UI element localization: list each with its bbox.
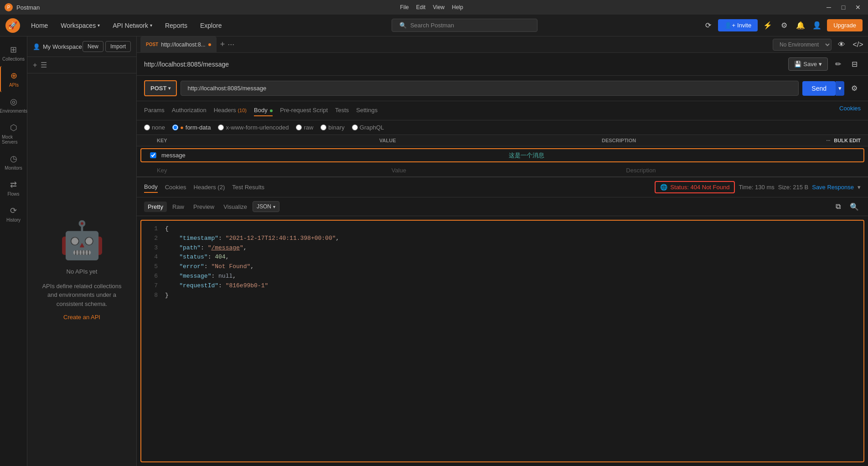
key-input[interactable] bbox=[161, 152, 509, 159]
create-api-link[interactable]: Create an API bbox=[63, 314, 100, 321]
more-options-icon[interactable]: ··· bbox=[826, 138, 830, 143]
body-opt-binary[interactable]: binary bbox=[320, 124, 344, 131]
value-input[interactable] bbox=[509, 152, 856, 159]
resp-tab-cookies[interactable]: Cookies bbox=[165, 182, 186, 192]
menu-file[interactable]: File bbox=[400, 4, 408, 10]
line-num-6: 6 bbox=[149, 272, 158, 281]
environment-select[interactable]: No Environment bbox=[773, 39, 832, 51]
tab-settings[interactable]: Settings bbox=[356, 105, 377, 116]
value-placeholder: Value bbox=[392, 167, 626, 174]
bulk-edit-label[interactable]: Bulk Edit bbox=[834, 138, 861, 143]
explore-menu-item[interactable]: Explore bbox=[195, 19, 227, 32]
explore-label: Explore bbox=[200, 22, 222, 29]
method-select[interactable]: POST ▾ bbox=[144, 80, 177, 96]
response-status: 🌐 Status: 404 Not Found Time: 130 ms Siz… bbox=[655, 181, 861, 193]
titlebar: P Postman File Edit View Help ─ □ ✕ bbox=[0, 0, 868, 15]
status-badge-container: 🌐 Status: 404 Not Found bbox=[655, 181, 735, 193]
send-button[interactable]: Send bbox=[802, 81, 836, 96]
invite-button[interactable]: 👤+ Invite bbox=[718, 19, 758, 31]
sync-button[interactable]: ⟳ bbox=[702, 19, 714, 32]
more-tabs-button[interactable]: ··· bbox=[227, 40, 234, 49]
menu-view[interactable]: View bbox=[433, 4, 444, 10]
cookies-button[interactable]: Cookies bbox=[839, 105, 861, 116]
sidebar-item-monitors[interactable]: ◷ Monitors bbox=[0, 149, 27, 175]
layout-button[interactable]: ⊟ bbox=[848, 57, 861, 70]
menu-edit[interactable]: Edit bbox=[416, 4, 426, 10]
tab-body[interactable]: Body bbox=[254, 105, 273, 116]
settings-button[interactable]: ⚙ bbox=[778, 19, 790, 32]
add-tab-button[interactable]: + bbox=[220, 40, 225, 49]
resp-tab-test-results[interactable]: Test Results bbox=[232, 182, 264, 192]
json-line-1: 1 { bbox=[149, 224, 856, 234]
tab-headers[interactable]: Headers (10) bbox=[214, 105, 247, 116]
desc-column-header: DESCRIPTION bbox=[602, 138, 824, 143]
sidebar-item-history[interactable]: ⟳ History bbox=[0, 201, 27, 227]
api-network-menu-item[interactable]: API Network ▾ bbox=[107, 19, 158, 32]
method-chevron-icon: ▾ bbox=[168, 86, 170, 91]
sidebar-item-collections[interactable]: ⊞ Collections bbox=[0, 40, 27, 66]
code-actions: ⧉ 🔍 bbox=[832, 200, 861, 213]
body-opt-raw[interactable]: raw bbox=[296, 124, 313, 131]
add-api-button[interactable]: + bbox=[33, 61, 37, 69]
search-code-button[interactable]: 🔍 bbox=[848, 200, 861, 213]
body-opt-form-data[interactable]: ● form-data bbox=[172, 124, 211, 131]
save-response-chevron-icon[interactable]: ▾ bbox=[858, 184, 861, 191]
env-eye-button[interactable]: 👁 bbox=[835, 38, 848, 51]
code-tab-visualize[interactable]: Visualize bbox=[220, 202, 251, 212]
minimize-button[interactable]: ─ bbox=[823, 2, 834, 13]
workspaces-menu-item[interactable]: Workspaces ▾ bbox=[55, 19, 105, 32]
edit-button[interactable]: ✏ bbox=[832, 57, 844, 70]
save-response-button[interactable]: Save Response bbox=[812, 184, 854, 191]
request-settings-button[interactable]: ⚙ bbox=[848, 82, 861, 95]
notifications-button[interactable]: 🔔 bbox=[794, 19, 807, 32]
status-text: Status: 404 Not Found bbox=[670, 184, 729, 191]
send-dropdown-button[interactable]: ▾ bbox=[836, 81, 844, 96]
resp-tab-body[interactable]: Body bbox=[144, 181, 158, 193]
import-button[interactable]: Import bbox=[105, 41, 131, 52]
json-message: "message": null, bbox=[165, 272, 236, 281]
profile-button[interactable]: 👤 bbox=[811, 19, 823, 32]
postman-logo[interactable]: 🚀 bbox=[5, 18, 20, 33]
body-opt-graphql[interactable]: GraphQL bbox=[352, 124, 384, 131]
json-path: "path": "/message", bbox=[165, 243, 247, 253]
search-box[interactable]: 🔍 Search Postman bbox=[392, 19, 537, 32]
code-tab-pretty[interactable]: Pretty bbox=[144, 202, 167, 212]
filter-button[interactable]: ☰ bbox=[41, 61, 47, 69]
resp-tab-headers[interactable]: Headers (2) bbox=[194, 182, 225, 192]
panel-toolbar: + ☰ bbox=[27, 57, 136, 73]
header-actions: 💾 Save ▾ ✏ ⊟ bbox=[788, 57, 861, 71]
save-label: Save bbox=[803, 61, 817, 67]
maximize-button[interactable]: □ bbox=[838, 2, 849, 13]
titlebar-controls[interactable]: ─ □ ✕ bbox=[823, 2, 863, 13]
save-button[interactable]: 💾 Save ▾ bbox=[788, 57, 828, 71]
body-opt-none[interactable]: none bbox=[144, 124, 165, 131]
body-options: none ● form-data x-www-form-urlencoded r… bbox=[137, 120, 868, 135]
desc-placeholder: Description bbox=[626, 167, 861, 174]
new-button[interactable]: New bbox=[83, 41, 103, 52]
reports-menu-item[interactable]: Reports bbox=[160, 19, 193, 32]
tab-pre-request[interactable]: Pre-request Script bbox=[280, 105, 328, 116]
url-input[interactable] bbox=[181, 81, 799, 96]
tab-params[interactable]: Params bbox=[144, 105, 165, 116]
tab-tests[interactable]: Tests bbox=[335, 105, 349, 116]
close-button[interactable]: ✕ bbox=[852, 2, 863, 13]
code-tab-preview[interactable]: Preview bbox=[190, 202, 218, 212]
sidebar-item-mock-servers[interactable]: ⬡ Mock Servers bbox=[0, 118, 27, 149]
body-opt-urlencoded[interactable]: x-www-form-urlencoded bbox=[218, 124, 289, 131]
response-size: Size: 215 B bbox=[778, 184, 809, 191]
tab-authorization[interactable]: Authorization bbox=[172, 105, 207, 116]
response-area: Body Cookies Headers (2) Test Results 🌐 … bbox=[137, 177, 868, 466]
format-select[interactable]: JSON ▾ bbox=[253, 201, 279, 212]
sidebar-item-flows[interactable]: ⇄ Flows bbox=[0, 175, 27, 201]
sidebar-item-environments[interactable]: ◎ Environments bbox=[0, 92, 27, 118]
sidebar-item-apis[interactable]: ⊕ APIs bbox=[0, 66, 27, 92]
upgrade-button[interactable]: Upgrade bbox=[827, 19, 863, 31]
lightning-button[interactable]: ⚡ bbox=[761, 19, 774, 32]
row-checkbox[interactable] bbox=[149, 152, 158, 158]
request-tab[interactable]: POST http://localhost:8... bbox=[140, 36, 217, 53]
copy-button[interactable]: ⧉ bbox=[832, 200, 844, 213]
code-tab-raw[interactable]: Raw bbox=[169, 202, 188, 212]
home-menu-item[interactable]: Home bbox=[26, 19, 53, 32]
menu-help[interactable]: Help bbox=[452, 4, 463, 10]
code-button[interactable]: </> bbox=[852, 38, 864, 51]
